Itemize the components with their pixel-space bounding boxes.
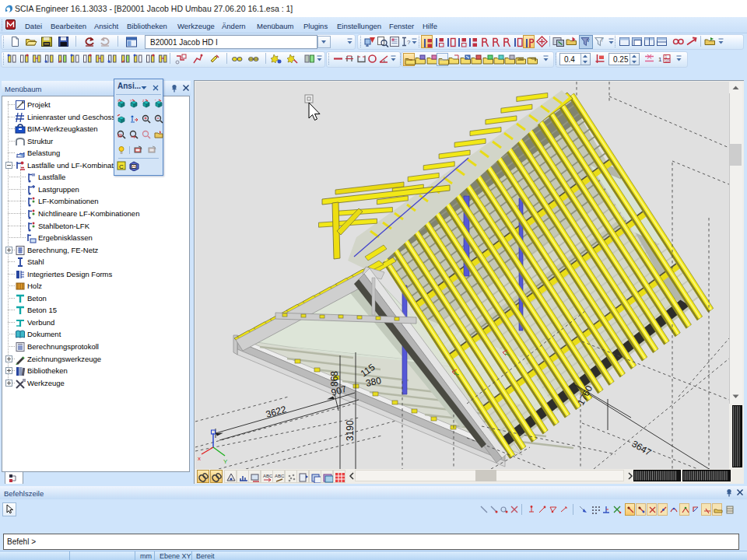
- svg-text:*: *: [155, 99, 156, 103]
- svg-text:X: X: [117, 99, 120, 103]
- svg-text:7: 7: [601, 37, 604, 43]
- svg-text:10: 10: [665, 58, 670, 63]
- svg-text:3190: 3190: [345, 420, 356, 441]
- svg-text:Y: Y: [223, 458, 228, 465]
- svg-text:ABC: ABC: [275, 474, 285, 478]
- svg-text:Y: Y: [130, 99, 132, 103]
- svg-text:x: x: [198, 455, 201, 462]
- svg-text:868: 868: [329, 371, 340, 387]
- svg-text:ABC: ABC: [263, 474, 273, 478]
- svg-text:C: C: [119, 163, 124, 170]
- svg-text:1: 1: [658, 56, 662, 63]
- svg-text:v: v: [587, 37, 590, 43]
